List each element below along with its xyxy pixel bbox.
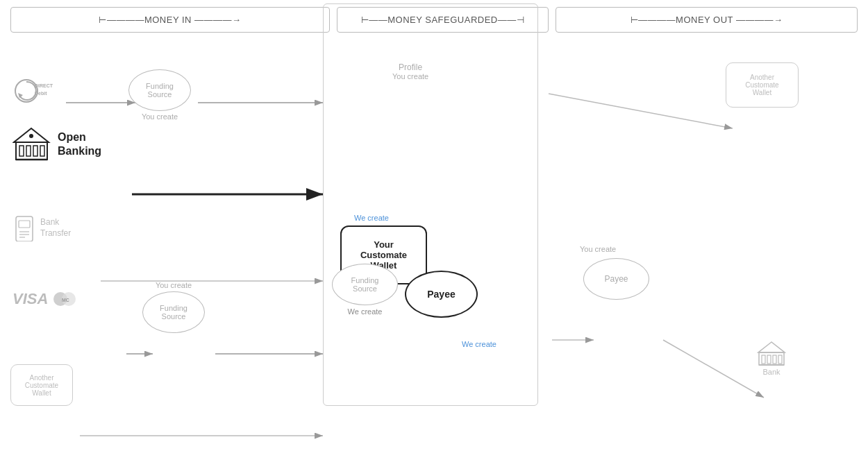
svg-text:DIRECT: DIRECT bbox=[35, 83, 53, 88]
bank-right-label: Bank bbox=[762, 368, 780, 376]
bank-transfer-icon bbox=[14, 215, 35, 241]
svg-rect-24 bbox=[16, 216, 33, 241]
svg-rect-19 bbox=[33, 146, 37, 156]
another-wallet-right-box: AnotherCustomateWallet bbox=[726, 62, 799, 108]
card-you-create-label: You create bbox=[156, 281, 192, 289]
svg-rect-35 bbox=[773, 355, 776, 364]
right-payee-oval: Payee bbox=[583, 258, 649, 300]
svg-rect-32 bbox=[759, 352, 784, 365]
bank-right-icon bbox=[757, 340, 786, 366]
center-funding-source-group: FundingSource We create bbox=[332, 264, 398, 316]
svg-rect-36 bbox=[778, 355, 782, 364]
svg-text:MC: MC bbox=[62, 298, 69, 303]
card-funding-source-oval: FundingSource bbox=[142, 291, 205, 333]
dd-funding-source-group: FundingSource You create bbox=[128, 69, 191, 121]
visa-label: VISA bbox=[12, 290, 48, 308]
svg-rect-18 bbox=[26, 146, 31, 156]
we-create-payee-label: We create bbox=[462, 340, 496, 348]
svg-line-11 bbox=[663, 340, 764, 398]
payee-oval: Payee bbox=[405, 271, 478, 318]
bank-right-group: Bank bbox=[757, 340, 786, 376]
right-payee-label: Payee bbox=[604, 274, 628, 284]
direct-debit-group: DIRECT Debit bbox=[14, 76, 59, 105]
svg-line-9 bbox=[549, 94, 733, 128]
another-wallet-left-box: AnotherCustomateWallet bbox=[10, 364, 73, 406]
svg-rect-34 bbox=[767, 355, 771, 364]
direct-debit-icon: DIRECT Debit bbox=[14, 76, 59, 105]
dd-funding-source-oval: FundingSource bbox=[128, 69, 191, 111]
profile-you-create-label: You create bbox=[392, 72, 428, 80]
svg-rect-16 bbox=[16, 142, 47, 160]
safeguarded-box bbox=[323, 3, 538, 406]
bank-transfer-row: BankTransfer bbox=[14, 215, 71, 241]
right-you-create-label: You create bbox=[580, 245, 616, 253]
dd-funding-source-label: FundingSource bbox=[146, 82, 174, 99]
we-create-wallet-label: We create bbox=[354, 214, 389, 222]
profile-group: Profile You create bbox=[392, 62, 428, 80]
money-out-banner: ⊢————MONEY OUT ————→ bbox=[556, 7, 858, 33]
another-wallet-right-group: AnotherCustomateWallet bbox=[726, 62, 799, 108]
center-funding-source-label: FundingSource bbox=[351, 276, 379, 293]
card-icons-row: VISA MC bbox=[12, 290, 78, 308]
bank-transfer-label: BankTransfer bbox=[40, 217, 71, 239]
svg-rect-25 bbox=[19, 221, 30, 228]
profile-label: Profile bbox=[399, 62, 422, 72]
card-funding-source-group: You create FundingSource bbox=[142, 281, 205, 333]
dd-you-create-label: You create bbox=[142, 112, 178, 121]
open-banking-row: OpenBanking bbox=[12, 125, 101, 163]
open-banking-label: OpenBanking bbox=[58, 130, 101, 157]
center-funding-source-oval: FundingSource bbox=[332, 264, 398, 305]
svg-rect-17 bbox=[19, 146, 24, 156]
svg-text:Debit: Debit bbox=[35, 91, 47, 96]
right-payee-group: Payee bbox=[583, 258, 649, 300]
money-in-banner: ⊢————MONEY IN ————→ bbox=[10, 7, 330, 33]
svg-marker-37 bbox=[758, 342, 785, 352]
svg-rect-20 bbox=[40, 146, 44, 156]
money-out-label: ⊢————MONEY OUT ————→ bbox=[631, 15, 783, 25]
another-wallet-right-label: AnotherCustomateWallet bbox=[745, 74, 778, 96]
another-wallet-left-group: AnotherCustomateWallet bbox=[10, 364, 73, 406]
svg-point-23 bbox=[29, 134, 33, 138]
mastercard-icon: MC bbox=[51, 291, 78, 307]
card-funding-source-label: FundingSource bbox=[160, 304, 187, 321]
svg-rect-33 bbox=[762, 355, 765, 364]
center-funding-we-create-label: We create bbox=[348, 307, 383, 316]
open-banking-icon bbox=[12, 125, 51, 163]
money-in-label: ⊢————MONEY IN ————→ bbox=[99, 15, 241, 25]
another-wallet-left-label: AnotherCustomateWallet bbox=[25, 374, 58, 397]
